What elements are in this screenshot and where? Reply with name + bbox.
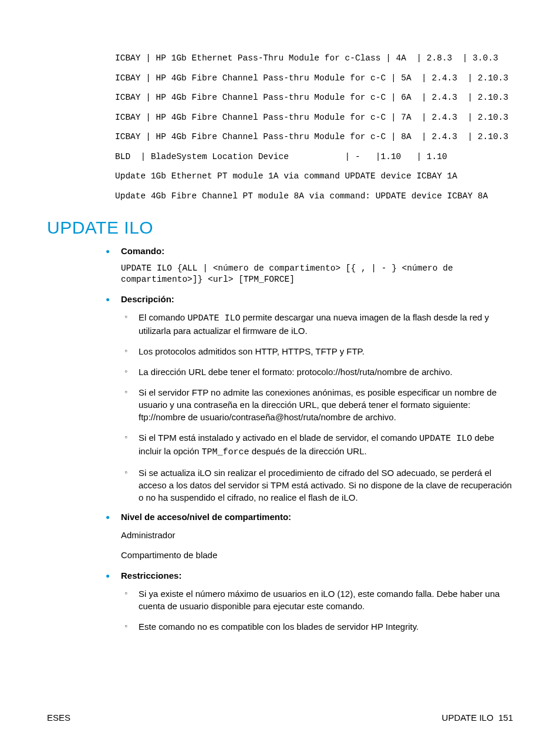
desc-text: después de la dirección URL. xyxy=(249,446,367,456)
restr-sub-item: Este comando no es compatible con los bl… xyxy=(124,620,513,633)
desc-sub-item: Si el TPM está instalado y activado en e… xyxy=(124,431,513,458)
fw-note: Update 1Gb Ethernet PT module 1A via com… xyxy=(115,171,513,183)
descripcion-label: Descripción: xyxy=(121,294,174,304)
desc-text: El comando xyxy=(139,312,187,322)
restricciones-label: Restricciones: xyxy=(121,571,181,580)
page: ICBAY | HP 1Gb Ethernet Pass-Thru Module… xyxy=(0,0,560,746)
footer-left: ESES xyxy=(47,713,70,723)
fw-row: ICBAY | HP 1Gb Ethernet Pass-Thru Module… xyxy=(115,53,513,65)
fw-note: Update 4Gb Fibre Channel PT module 8A vi… xyxy=(115,191,513,202)
nivel-value: Administrador xyxy=(121,529,513,542)
fw-row: ICBAY | HP 4Gb Fibre Channel Pass-thru M… xyxy=(115,92,513,104)
section-heading-update-ilo: UPDATE ILO xyxy=(47,218,513,238)
nivel-label: Nivel de acceso/nivel de compartimento: xyxy=(121,512,291,522)
nivel-item: Nivel de acceso/nivel de compartimento: … xyxy=(106,512,513,562)
page-footer: ESES UPDATE ILO 151 xyxy=(47,713,513,723)
inline-code: TPM_force xyxy=(202,447,249,457)
desc-sub-item: El comando UPDATE ILO permite descargar … xyxy=(124,311,513,337)
footer-section-name: UPDATE ILO xyxy=(442,713,494,723)
descripcion-item: Descripción: El comando UPDATE ILO permi… xyxy=(106,294,513,504)
desc-sub-item: Si se actualiza iLO sin realizar el proc… xyxy=(124,467,513,504)
footer-page-number: 151 xyxy=(498,713,513,723)
firmware-table-block: ICBAY | HP 1Gb Ethernet Pass-Thru Module… xyxy=(115,53,513,202)
fw-row: ICBAY | HP 4Gb Fibre Channel Pass-thru M… xyxy=(115,131,513,143)
comando-label: Comando: xyxy=(121,246,164,256)
desc-text: Si el TPM está instalado y activado en e… xyxy=(139,433,419,443)
comando-item: Comando: UPDATE ILO {ALL | <número de co… xyxy=(106,246,513,286)
desc-sub-item: Los protocolos admitidos son HTTP, HTTPS… xyxy=(124,345,513,357)
inline-code: UPDATE ILO xyxy=(187,313,240,323)
command-details-list: Comando: UPDATE ILO {ALL | <número de co… xyxy=(106,246,513,633)
comando-syntax: UPDATE ILO {ALL | <número de compartimen… xyxy=(121,263,513,286)
desc-sub-item: Si el servidor FTP no admite las conexio… xyxy=(124,386,513,423)
restricciones-sublist: Si ya existe el número máximo de usuario… xyxy=(124,588,513,633)
inline-code: UPDATE ILO xyxy=(419,434,472,444)
descripcion-sublist: El comando UPDATE ILO permite descargar … xyxy=(124,311,513,504)
fw-row: BLD | BladeSystem Location Device | - |1… xyxy=(115,151,513,163)
desc-sub-item: La dirección URL debe tener el formato: … xyxy=(124,366,513,378)
restr-sub-item: Si ya existe el número máximo de usuario… xyxy=(124,588,513,612)
fw-row: ICBAY | HP 4Gb Fibre Channel Pass-thru M… xyxy=(115,112,513,124)
nivel-value: Compartimento de blade xyxy=(121,549,513,562)
restricciones-item: Restricciones: Si ya existe el número má… xyxy=(106,571,513,633)
fw-row: ICBAY | HP 4Gb Fibre Channel Pass-thru M… xyxy=(115,73,513,85)
footer-right: UPDATE ILO 151 xyxy=(442,713,513,723)
